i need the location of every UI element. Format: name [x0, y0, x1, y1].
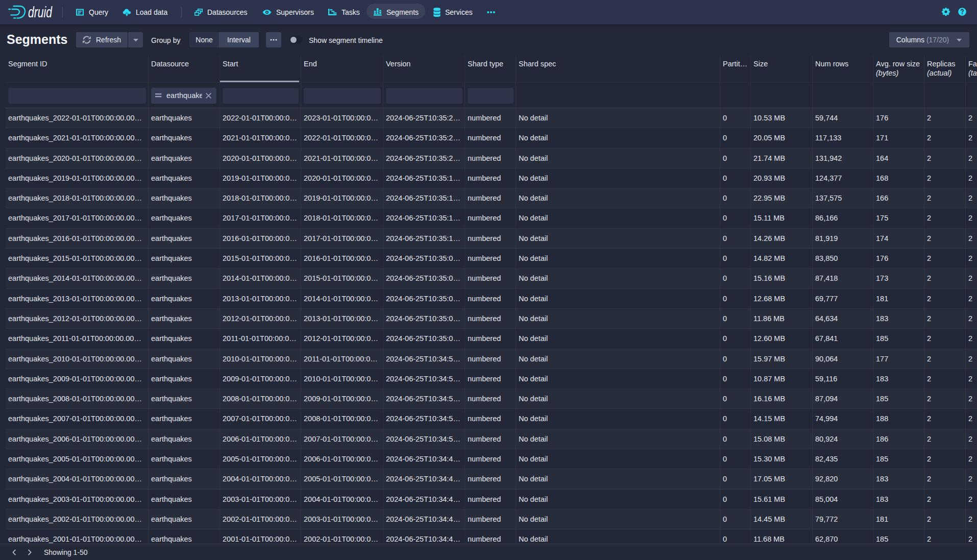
- svg-text:druid: druid: [28, 4, 53, 20]
